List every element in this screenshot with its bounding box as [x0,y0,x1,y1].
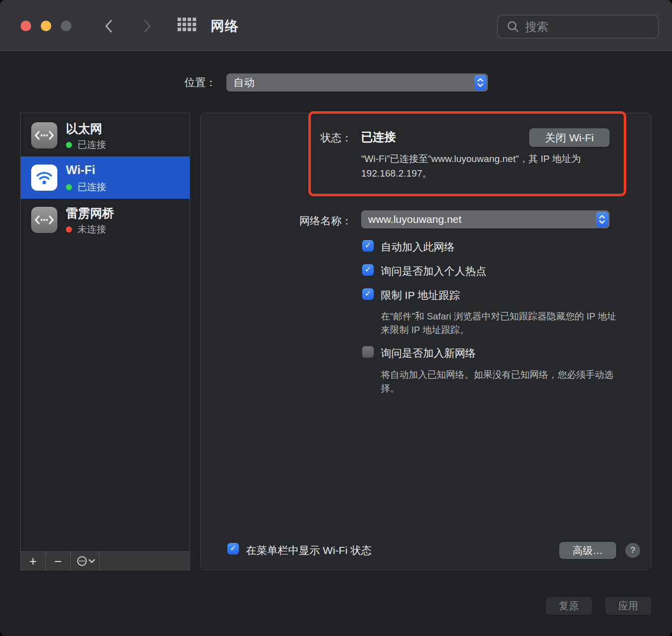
interfaces-sidebar: 以太网 已连接 Wi-Fi 已连接 雷雳网桥 未连接 + − [20,113,190,571]
sidebar-item-ethernet[interactable]: 以太网 已连接 [21,114,190,156]
location-select[interactable]: 自动 [226,73,488,92]
ask-new-networks-checkbox[interactable] [362,346,374,358]
status-dot [66,184,72,190]
apply-button[interactable]: 应用 [605,597,651,615]
more-options-menu-button[interactable] [71,552,100,570]
interface-status: 已连接 [77,138,106,151]
show-wifi-in-menubar-checkbox[interactable]: ✓ [227,543,239,554]
search-input[interactable]: 搜索 [497,15,659,39]
status-label: 状态： [251,131,352,145]
interface-status: 未连接 [77,223,106,236]
wifi-settings-pane [200,113,651,570]
add-interface-button[interactable]: + [21,552,46,570]
search-placeholder: 搜索 [525,19,548,35]
zoom-window-button[interactable] [61,21,71,31]
close-window-button[interactable] [21,21,31,31]
network-name-select[interactable]: www.luyouwang.net [361,210,610,228]
chevron-up-down-icon [596,212,608,227]
interface-name: Wi-Fi [66,163,95,177]
sidebar-toolbar: + − [21,551,190,570]
location-label: 位置： [121,75,216,90]
status-dot [66,142,72,148]
location-value: 自动 [233,75,255,90]
interface-name: 以太网 [66,121,102,137]
help-button[interactable]: ? [625,543,640,558]
show-wifi-in-menubar-label: 在菜单栏中显示 Wi-Fi 状态 [246,543,372,558]
show-all-grid-icon[interactable] [177,17,197,33]
page-title: 网络 [211,17,239,35]
interface-name: 雷雳网桥 [66,205,114,221]
status-value: 已连接 [361,129,396,145]
auto-join-label: 自动加入此网络 [381,240,455,254]
remove-interface-button[interactable]: − [46,552,71,570]
sidebar-item-wifi[interactable]: Wi-Fi 已连接 [21,156,190,199]
advanced-button[interactable]: 高级… [559,542,616,559]
ethernet-icon [31,122,57,148]
back-icon[interactable] [102,18,117,34]
search-icon [506,20,520,34]
ask-hotspot-label: 询问是否加入个人热点 [381,264,486,278]
wifi-icon [31,165,57,191]
forward-icon[interactable] [139,18,154,34]
revert-button[interactable]: 复原 [546,597,592,615]
ethernet-icon [31,207,57,233]
status-description: “Wi-Fi”已连接至“www.luyouwang.net”，其 IP 地址为 … [361,152,602,181]
circle-ellipsis-icon [76,555,88,567]
interface-status: 已连接 [77,181,106,194]
ask-new-networks-label: 询问是否加入新网络 [381,346,476,360]
network-name-label: 网络名称： [251,214,352,228]
checkmark-icon: ✓ [230,544,236,552]
turn-wifi-off-button[interactable]: 关闭 Wi-Fi [529,128,610,147]
auto-join-checkbox[interactable]: ✓ [362,240,374,252]
network-name-value: www.luyouwang.net [368,213,462,225]
limit-ip-tracking-checkbox[interactable]: ✓ [362,288,374,300]
minimize-window-button[interactable] [41,21,51,31]
ask-new-networks-note: 将自动加入已知网络。如果没有已知网络，您必须手动选择。 [381,368,623,395]
limit-ip-tracking-note: 在“邮件”和 Safari 浏览器中对已知跟踪器隐藏您的 IP 地址来限制 IP… [381,309,623,337]
ask-hotspot-checkbox[interactable]: ✓ [362,264,374,276]
sidebar-item-thunderbolt-bridge[interactable]: 雷雳网桥 未连接 [21,199,190,241]
limit-ip-tracking-label: 限制 IP 地址跟踪 [381,288,460,302]
checkmark-icon: ✓ [365,290,371,298]
network-preferences-window: 网络 搜索 位置： 自动 以太网 已连接 Wi-Fi 已连接 [0,0,672,636]
checkmark-icon: ✓ [365,266,371,274]
chevron-up-down-icon [474,75,486,90]
chevron-down-icon [89,556,95,563]
title-bar: 网络 搜索 [0,0,672,52]
checkmark-icon: ✓ [365,242,371,250]
status-dot [66,226,72,232]
